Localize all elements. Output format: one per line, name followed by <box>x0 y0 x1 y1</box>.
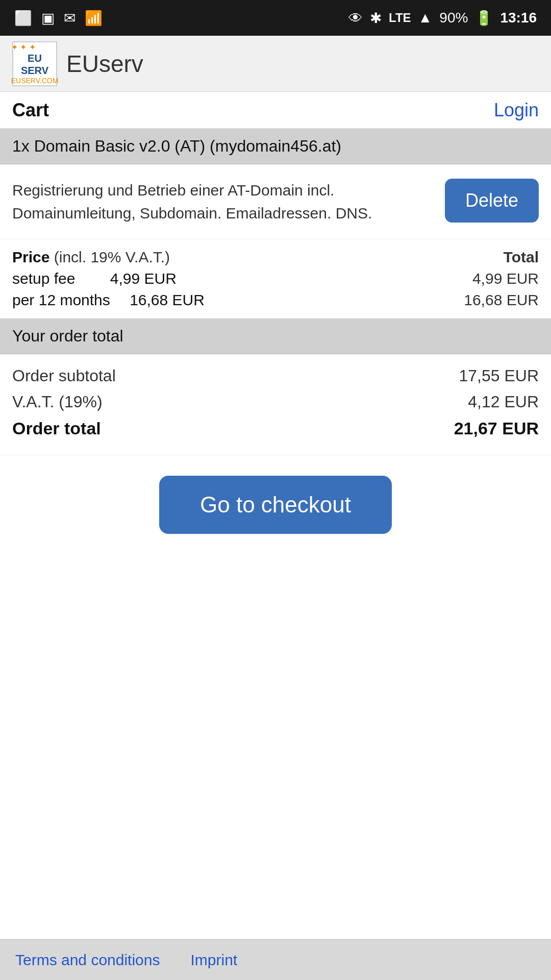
order-subtotal-row: Order subtotal 17,55 EUR <box>12 366 539 385</box>
order-total-section-header: Your order total <box>0 318 551 354</box>
status-icons-left: ⬜ ▣ ✉ 📶 <box>14 10 103 27</box>
product-row: Registrierung und Betrieb einer AT-Domai… <box>0 164 551 239</box>
mail-icon: ✉ <box>64 10 76 27</box>
price-table: Price (incl. 19% V.A.T.) Total setup fee… <box>0 239 551 318</box>
vat-note: (incl. 19% V.A.T.) <box>54 249 170 265</box>
logo-stars: ✦ ✦ ✦ <box>11 42 59 52</box>
logo-eu-text: EUSERV <box>11 52 59 77</box>
order-vat-label: V.A.T. (19%) <box>12 393 103 411</box>
logo-stars-bottom: EUSERV.COM <box>11 77 59 85</box>
order-total-row: Order total 21,67 EUR <box>12 419 539 438</box>
footer: Terms and conditions Imprint <box>0 939 551 980</box>
cart-label: Cart <box>12 100 49 121</box>
setup-fee-row: setup fee 4,99 EUR 4,99 EUR <box>12 270 539 287</box>
per-months-amount: 16,68 EUR <box>130 291 205 308</box>
app-title: EUserv <box>66 50 143 78</box>
setup-fee-amount: 4,99 EUR <box>110 270 177 287</box>
checkout-button[interactable]: Go to checkout <box>159 476 392 534</box>
battery-level: 90% <box>439 10 468 26</box>
lte-label: LTE <box>389 11 411 25</box>
camera-icon: ⬜ <box>14 10 32 27</box>
logo-box: ✦ ✦ ✦ EUSERV EUSERV.COM <box>12 41 57 86</box>
setup-fee-label: setup fee <box>12 270 75 287</box>
order-total-section: Order subtotal 17,55 EUR V.A.T. (19%) 4,… <box>0 354 551 455</box>
per-months-label: per 12 months <box>12 291 110 308</box>
image-icon: ▣ <box>41 10 55 27</box>
price-header-row: Price (incl. 19% V.A.T.) Total <box>12 249 539 266</box>
main-content: Cart Login 1x Domain Basic v2.0 (AT) (my… <box>0 92 551 939</box>
product-description: Registrierung und Betrieb einer AT-Domai… <box>12 179 445 225</box>
order-subtotal-label: Order subtotal <box>12 366 116 385</box>
order-vat-row: V.A.T. (19%) 4,12 EUR <box>12 393 539 411</box>
status-bar: ⬜ ▣ ✉ 📶 👁 ✱ LTE ▲ 90% 🔋 13:16 <box>0 0 551 36</box>
status-icons-right: 👁 ✱ LTE ▲ 90% 🔋 13:16 <box>348 10 537 27</box>
order-subtotal-value: 17,55 EUR <box>459 366 539 385</box>
per-months-total: 16,68 EUR <box>464 291 539 309</box>
per-months-left: per 12 months 16,68 EUR <box>12 291 205 309</box>
setup-fee-total: 4,99 EUR <box>472 270 539 287</box>
per-months-row: per 12 months 16,68 EUR 16,68 EUR <box>12 291 539 309</box>
eye-icon: 👁 <box>348 10 363 27</box>
cart-header-row: Cart Login <box>0 92 551 129</box>
delete-button[interactable]: Delete <box>445 179 539 223</box>
total-header-label: Total <box>504 249 539 266</box>
app-header: ✦ ✦ ✦ EUSERV EUSERV.COM EUserv <box>0 36 551 92</box>
order-total-value: 21,67 EUR <box>454 419 539 438</box>
signal-icon: ▲ <box>418 10 433 26</box>
wifi-icon: 📶 <box>85 10 103 27</box>
setup-fee-left: setup fee 4,99 EUR <box>12 270 177 287</box>
terms-link[interactable]: Terms and conditions <box>15 951 160 969</box>
checkout-area: Go to checkout <box>0 455 551 554</box>
order-total-label: Order total <box>12 419 101 438</box>
login-link[interactable]: Login <box>494 100 539 121</box>
price-label: Price <box>12 249 49 265</box>
battery-icon: 🔋 <box>475 10 493 27</box>
product-section-header: 1x Domain Basic v2.0 (AT) (mydomain456.a… <box>0 129 551 164</box>
price-header-left: Price (incl. 19% V.A.T.) <box>12 249 170 266</box>
clock: 13:16 <box>500 10 537 26</box>
bluetooth-icon: ✱ <box>370 10 382 27</box>
order-vat-value: 4,12 EUR <box>468 393 539 411</box>
imprint-link[interactable]: Imprint <box>190 951 237 969</box>
